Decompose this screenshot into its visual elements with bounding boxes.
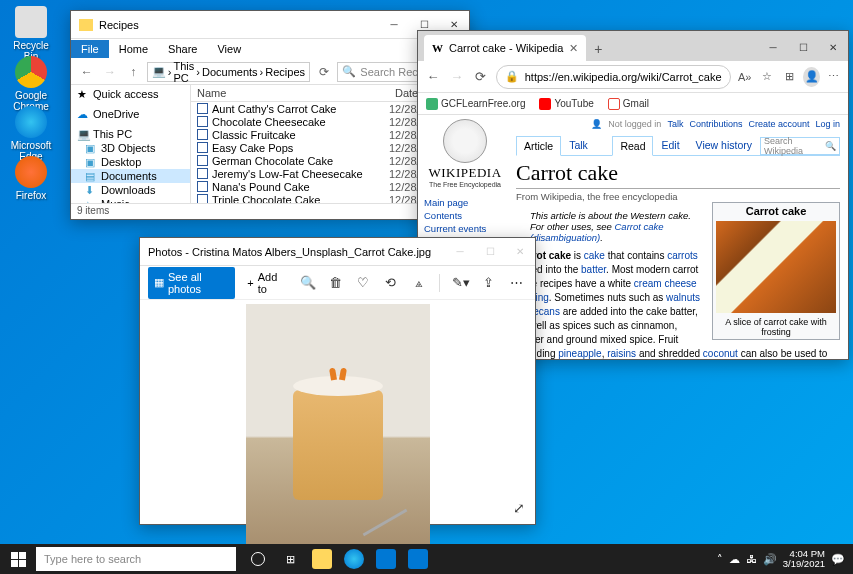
notifications-button[interactable]: 💬	[831, 553, 845, 566]
explorer-statusbar: 9 items	[71, 203, 469, 219]
sidebar-3d-objects[interactable]: ▣3D Objects	[71, 141, 190, 155]
edge-maximize-button[interactable]: ☐	[788, 33, 818, 61]
browser-tab[interactable]: W Carrot cake - Wikipedia ✕	[424, 35, 586, 61]
address-bar[interactable]: 🔒 https://en.wikipedia.org/wiki/Carrot_c…	[496, 65, 731, 89]
ribbon-home-tab[interactable]: Home	[109, 40, 158, 58]
sidebar-onedrive[interactable]: ☁OneDrive	[71, 107, 190, 121]
wiki-create-link[interactable]: Create account	[748, 119, 809, 129]
delete-button[interactable]: 🗑	[325, 275, 347, 290]
column-name[interactable]: Name	[191, 85, 389, 101]
photos-toolbar: ▦See all photos +Add to 🔍 🗑 ♡ ⟲ ⟁ ✎▾ ⇪ ⋯	[140, 266, 535, 300]
bookmark-gmail[interactable]: Gmail	[608, 98, 649, 110]
taskbar-explorer[interactable]	[306, 544, 338, 574]
wiki-tab-edit[interactable]: Edit	[653, 135, 687, 155]
see-all-photos-button[interactable]: ▦See all photos	[148, 267, 235, 299]
lock-icon: 🔒	[505, 70, 519, 83]
more-button[interactable]: ⋯	[505, 275, 527, 290]
wiki-search[interactable]: Search Wikipedia🔍	[760, 137, 840, 155]
taskbar-store[interactable]	[370, 544, 402, 574]
edge-minimize-button[interactable]: ─	[758, 33, 788, 61]
sidebar-this-pc[interactable]: 💻This PC	[71, 127, 190, 141]
taskbar-search[interactable]: Type here to search	[36, 547, 236, 571]
share-button[interactable]: ⇪	[478, 275, 500, 290]
collections-button[interactable]: ⊞	[781, 67, 797, 87]
desktop-icon-firefox[interactable]: Firefox	[6, 156, 56, 201]
wiki-link-events[interactable]: Current events	[424, 222, 506, 235]
explorer-titlebar[interactable]: Recipes ─ ☐ ✕	[71, 11, 469, 39]
desktop-icon-chrome[interactable]: Google Chrome	[6, 56, 56, 112]
favorites-button[interactable]: ☆	[759, 67, 775, 87]
sidebar-downloads[interactable]: ⬇Downloads	[71, 183, 190, 197]
gmail-icon	[608, 98, 620, 110]
sidebar-desktop[interactable]: ▣Desktop	[71, 155, 190, 169]
browser-forward-button[interactable]: →	[448, 66, 466, 88]
favorite-button[interactable]: ♡	[353, 275, 375, 290]
photo-viewport[interactable]: ⤢	[140, 300, 535, 524]
bookmark-gcf[interactable]: GCFLearnFree.org	[426, 98, 525, 110]
minimize-button[interactable]: ─	[379, 11, 409, 39]
wiki-talk-link[interactable]: Talk	[667, 119, 683, 129]
photos-titlebar[interactable]: Photos - Cristina Matos Albers_Unsplash_…	[140, 238, 535, 266]
ribbon-share-tab[interactable]: Share	[158, 40, 207, 58]
cortana-button[interactable]	[242, 544, 274, 574]
fullscreen-button[interactable]: ⤢	[513, 500, 525, 516]
document-icon	[197, 129, 208, 140]
documents-icon: ▤	[85, 170, 97, 182]
edit-button[interactable]: ✎▾	[450, 275, 472, 290]
wiki-tab-history[interactable]: View history	[688, 135, 760, 155]
breadcrumb[interactable]: 💻 ›This PC ›Documents ›Recipes	[147, 62, 310, 82]
new-tab-button[interactable]: +	[586, 37, 610, 61]
browser-refresh-button[interactable]: ⟳	[472, 66, 490, 88]
tray-onedrive-icon[interactable]: ☁	[729, 553, 740, 566]
wiki-tab-read[interactable]: Read	[612, 136, 653, 156]
nav-up-button[interactable]: ↑	[124, 62, 143, 82]
browser-back-button[interactable]: ←	[424, 66, 442, 88]
nav-forward-button[interactable]: →	[100, 62, 119, 82]
wiki-login-link[interactable]: Log in	[815, 119, 840, 129]
ribbon-file-tab[interactable]: File	[71, 40, 109, 58]
wiki-link-main[interactable]: Main page	[424, 196, 506, 209]
add-to-button[interactable]: +Add to	[241, 267, 291, 299]
rotate-button[interactable]: ⟲	[380, 275, 402, 290]
menu-button[interactable]: ⋯	[826, 67, 842, 87]
crop-button[interactable]: ⟁	[408, 275, 430, 290]
tray-network-icon[interactable]: 🖧	[746, 553, 757, 565]
photos-maximize-button[interactable]: ☐	[475, 238, 505, 266]
wiki-link-contents[interactable]: Contents	[424, 209, 506, 222]
taskbar-edge[interactable]	[338, 544, 370, 574]
task-view-button[interactable]: ⊞	[274, 544, 306, 574]
sidebar-documents[interactable]: ▤Documents	[71, 169, 190, 183]
photos-close-button[interactable]: ✕	[505, 238, 535, 266]
edge-tab-strip: W Carrot cake - Wikipedia ✕ + ─ ☐ ✕	[418, 31, 848, 61]
bookmark-youtube[interactable]: YouTube	[539, 98, 593, 110]
taskbar-clock[interactable]: 4:04 PM 3/19/2021	[783, 549, 825, 570]
profile-button[interactable]: 👤	[803, 67, 819, 87]
tray-volume-icon[interactable]: 🔊	[763, 553, 777, 566]
taskbar: Type here to search ⊞ ˄ ☁ 🖧 🔊 4:04 PM 3/…	[0, 544, 853, 574]
edge-close-button[interactable]: ✕	[818, 33, 848, 61]
photos-minimize-button[interactable]: ─	[445, 238, 475, 266]
zoom-button[interactable]: 🔍	[297, 275, 319, 290]
refresh-button[interactable]: ⟳	[314, 62, 333, 82]
folder-icon	[312, 549, 332, 569]
wiki-tab-talk[interactable]: Talk	[561, 135, 596, 155]
search-icon: 🔍	[825, 141, 836, 151]
taskbar-mail[interactable]	[402, 544, 434, 574]
tray-chevron[interactable]: ˄	[717, 553, 723, 566]
nav-back-button[interactable]: ←	[77, 62, 96, 82]
desktop-icon-recycle-bin[interactable]: Recycle Bin	[6, 6, 56, 62]
wiki-tab-article[interactable]: Article	[516, 136, 561, 156]
user-icon: 👤	[591, 119, 602, 129]
infobox-image[interactable]	[716, 221, 836, 313]
desktop-icon-edge[interactable]: Microsoft Edge	[6, 106, 56, 162]
sidebar-quick-access[interactable]: ★Quick access	[71, 87, 190, 101]
close-tab-button[interactable]: ✕	[569, 42, 578, 55]
globe-icon	[443, 119, 487, 163]
explorer-title: Recipes	[99, 19, 139, 31]
document-icon	[197, 168, 208, 179]
wikipedia-logo[interactable]: WIKIPEDIA The Free Encyclopedia	[424, 119, 506, 188]
wiki-contrib-link[interactable]: Contributions	[689, 119, 742, 129]
ribbon-view-tab[interactable]: View	[207, 40, 251, 58]
read-aloud-button[interactable]: A»	[737, 67, 753, 87]
start-button[interactable]	[0, 544, 36, 574]
